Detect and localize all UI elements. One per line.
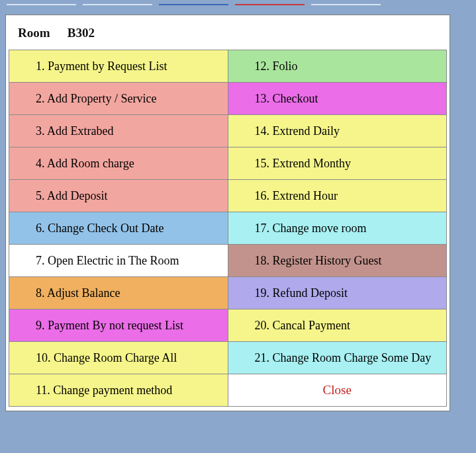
action-folio[interactable]: 12. Folio [228,50,447,83]
action-add-extrabed[interactable]: 3. Add Extrabed [9,115,228,147]
action-add-deposit[interactable]: 5. Add Deposit [9,180,228,212]
action-add-property-service[interactable]: 2. Add Property / Service [9,83,228,115]
action-payment-by-request-list[interactable]: 1. Payment by Request List [9,50,228,83]
action-adjust-balance[interactable]: 8. Adjust Balance [9,277,228,309]
action-checkout[interactable]: 13. Checkout [228,83,447,115]
close-button[interactable]: Close [228,374,447,407]
action-change-room-charge-all[interactable]: 10. Change Room Charge All [9,342,228,374]
action-register-history-guest[interactable]: 18. Register History Guest [228,245,447,277]
top-tab-5[interactable] [311,0,381,5]
action-extend-hour[interactable]: 16. Extrend Hour [228,180,447,212]
action-add-room-charge[interactable]: 4. Add Room charge [9,147,228,180]
top-tab-4[interactable] [235,0,305,5]
action-extend-monthly[interactable]: 15. Extrend Monthy [228,147,447,180]
top-tab-2[interactable] [83,0,152,5]
action-payment-not-request[interactable]: 9. Payment By not request List [9,309,228,342]
panel-header: Room B302 [6,15,450,50]
action-change-checkout-date[interactable]: 6. Change Check Out Date [9,212,228,245]
top-tab-strip [0,0,476,12]
action-open-electric[interactable]: 7. Open Electric in The Room [9,245,228,277]
action-change-move-room[interactable]: 17. Change move room [228,212,447,245]
app-root: Room B302 1. Payment by Request List 12.… [0,0,476,453]
room-number: B302 [68,26,95,40]
top-tab-1[interactable] [7,0,76,5]
top-tab-3[interactable] [159,0,228,5]
action-change-room-charge-some[interactable]: 21. Change Room Charge Some Day [228,342,447,374]
room-action-panel: Room B302 1. Payment by Request List 12.… [5,15,450,411]
action-cancel-payment[interactable]: 20. Cancal Payment [228,309,447,342]
action-refund-deposit[interactable]: 19. Refund Deposit [228,277,447,309]
room-label: Room [18,26,64,40]
action-menu-table: 1. Payment by Request List 12. Folio 2. … [9,50,447,407]
close-button-label: Close [323,383,352,397]
action-change-payment-method[interactable]: 11. Change payment method [9,374,228,407]
action-extend-daily[interactable]: 14. Extrend Daily [228,115,447,147]
